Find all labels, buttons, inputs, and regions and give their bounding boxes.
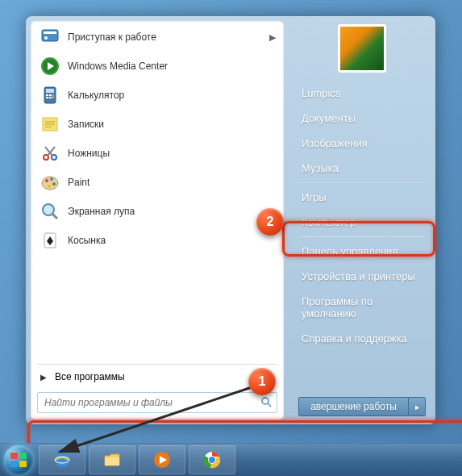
- right-item-control-panel[interactable]: Панель управления: [293, 239, 431, 264]
- svg-point-25: [48, 185, 51, 188]
- right-item-music[interactable]: Музыка: [293, 156, 431, 181]
- divider: [298, 236, 426, 237]
- svg-point-26: [43, 204, 54, 215]
- paint-icon: [39, 171, 61, 194]
- svg-rect-8: [46, 94, 48, 96]
- calculator-icon: [39, 84, 61, 106]
- program-label: Windows Media Center: [68, 61, 276, 72]
- recent-programs-list: Приступая к работе ▶ Windows Media Cente…: [31, 21, 284, 362]
- search-icon: [260, 396, 272, 410]
- svg-point-22: [45, 179, 48, 182]
- program-snipping-tool[interactable]: Ножницы: [32, 139, 282, 168]
- svg-rect-11: [49, 97, 52, 98]
- shutdown-button[interactable]: авершение работы: [298, 397, 409, 416]
- submenu-arrow-icon: ▶: [269, 32, 276, 43]
- svg-point-24: [52, 182, 56, 186]
- divider: [298, 182, 426, 183]
- taskbar-ie[interactable]: [39, 445, 85, 474]
- right-item-default-programs[interactable]: Программы по умолчанию: [293, 289, 431, 326]
- user-avatar[interactable]: [338, 24, 386, 73]
- right-item-computer[interactable]: Компьютер: [293, 210, 431, 235]
- program-paint[interactable]: Paint: [32, 168, 282, 197]
- wmc-icon: [39, 55, 61, 77]
- all-programs-button[interactable]: ▶ Все программы: [31, 366, 284, 387]
- wmp-icon: [152, 449, 173, 470]
- program-label: Paint: [68, 177, 276, 188]
- program-solitaire[interactable]: Косынка: [32, 226, 282, 255]
- all-programs-label: Все программы: [55, 371, 125, 382]
- sticky-notes-icon: [39, 113, 61, 136]
- svg-rect-7: [46, 89, 54, 93]
- right-item-devices[interactable]: Устройства и принтеры: [293, 264, 431, 289]
- svg-point-23: [50, 177, 53, 181]
- windows-logo-icon: [10, 453, 27, 467]
- scissors-icon: [39, 142, 61, 165]
- right-item-help[interactable]: Справка и поддержка: [293, 326, 431, 351]
- right-item-user[interactable]: Lumpics: [293, 81, 431, 106]
- svg-rect-9: [49, 94, 52, 96]
- right-item-games[interactable]: Игры: [293, 185, 431, 210]
- program-label: Калькулятор: [68, 90, 276, 101]
- ie-icon: [52, 449, 73, 470]
- search-box[interactable]: [37, 392, 277, 413]
- program-label: Приступая к работе: [68, 31, 269, 43]
- program-label: Косынка: [68, 235, 276, 246]
- getting-started-icon: [39, 26, 61, 48]
- taskbar-chrome[interactable]: [189, 445, 235, 474]
- solitaire-icon: [39, 229, 61, 252]
- taskbar: [0, 443, 462, 476]
- search-input[interactable]: [43, 396, 260, 409]
- svg-line-27: [52, 214, 57, 219]
- start-menu: Приступая к работе ▶ Windows Media Cente…: [26, 16, 435, 424]
- shutdown-options-button[interactable]: ▸: [409, 397, 426, 416]
- svg-point-2: [44, 36, 48, 40]
- program-label: Экранная лупа: [68, 206, 276, 217]
- svg-rect-12: [52, 94, 54, 98]
- svg-point-38: [209, 457, 215, 463]
- program-calculator[interactable]: Калькулятор: [32, 81, 282, 110]
- right-item-documents[interactable]: Документы: [293, 106, 431, 131]
- taskbar-wmp[interactable]: [139, 445, 185, 474]
- program-getting-started[interactable]: Приступая к работе ▶: [32, 23, 282, 52]
- program-magnifier[interactable]: Экранная лупа: [32, 197, 282, 226]
- svg-rect-10: [46, 97, 48, 98]
- program-label: Записки: [68, 119, 276, 130]
- magnifier-icon: [39, 200, 61, 223]
- taskbar-explorer[interactable]: [89, 445, 135, 474]
- svg-line-30: [268, 403, 271, 407]
- svg-rect-33: [105, 457, 119, 466]
- chrome-icon: [202, 449, 223, 470]
- svg-rect-1: [44, 31, 56, 34]
- program-sticky-notes[interactable]: Записки: [32, 110, 282, 139]
- program-label: Ножницы: [68, 148, 276, 159]
- folder-icon: [102, 449, 123, 470]
- shutdown-row: авершение работы ▸: [298, 397, 426, 416]
- start-menu-left-panel: Приступая к работе ▶ Windows Media Cente…: [31, 21, 284, 420]
- divider: [37, 364, 277, 365]
- start-button[interactable]: [2, 445, 35, 475]
- svg-point-29: [262, 398, 268, 404]
- program-wmc[interactable]: Windows Media Center: [32, 52, 282, 81]
- start-menu-right-panel: Lumpics Документы Изображения Музыка Игр…: [289, 16, 435, 424]
- chevron-right-icon: ▶: [40, 373, 47, 382]
- right-item-pictures[interactable]: Изображения: [293, 131, 431, 156]
